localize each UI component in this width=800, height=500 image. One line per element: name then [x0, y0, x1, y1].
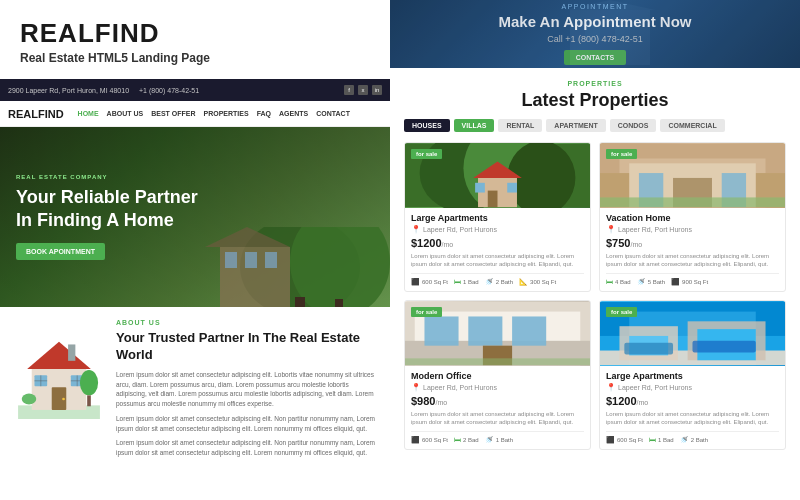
hero-badge: Real Estate Company	[16, 174, 374, 180]
property-card-2[interactable]: for sale Vacation Home 📍 Lapeer Rd, Port…	[599, 142, 786, 292]
stat-bed-3: 🛏 2 Bad	[454, 436, 479, 444]
about-text: About Us Your Trusted Partner In The Rea…	[116, 319, 376, 500]
property-1-price: $1200/mo	[411, 237, 584, 249]
property-2-location: 📍 Lapeer Rd, Port Hurons	[606, 225, 779, 234]
house-illustration	[14, 319, 104, 419]
stat-area-1: 📐 300 Sq Ft	[519, 278, 556, 286]
instagram-icon[interactable]: in	[372, 85, 382, 95]
social-icons: f x in	[344, 85, 382, 95]
svg-point-14	[62, 398, 65, 401]
nav-items: HOME ABOUT US BEST OFFER PROPERTIES FAQ …	[78, 110, 350, 117]
brand-title: REALFIND	[20, 18, 370, 49]
hero-section: Real Estate Company Your Reliable Partne…	[0, 127, 390, 307]
svg-rect-45	[600, 197, 785, 207]
property-3-stats: ⬛ 600 Sq Ft 🛏 2 Bad 🚿 1 Bath	[411, 431, 584, 444]
property-card-4[interactable]: for sale Large Apartments 📍 Lapeer Rd, P…	[599, 300, 786, 450]
property-card-2-image: for sale	[600, 143, 785, 208]
property-3-location: 📍 Lapeer Rd, Port Hurons	[411, 383, 584, 392]
nav-contact[interactable]: CONTACT	[316, 110, 350, 117]
nav-about[interactable]: ABOUT US	[107, 110, 144, 117]
left-header: REALFIND Real Estate HTML5 Landing Page	[0, 0, 390, 79]
property-card-4-body: Large Apartments 📍 Lapeer Rd, Port Huron…	[600, 366, 785, 449]
facebook-icon[interactable]: f	[344, 85, 354, 95]
property-card-3[interactable]: for sale Modern Office 📍 Lapeer Rd, Port…	[404, 300, 591, 450]
property-4-price: $1200/mo	[606, 395, 779, 407]
property-1-name: Large Apartments	[411, 213, 584, 223]
filter-villas[interactable]: VILLAS	[454, 119, 495, 132]
for-sale-badge-2: for sale	[606, 149, 637, 159]
location-pin-3: 📍	[411, 383, 421, 392]
twitter-icon[interactable]: x	[358, 85, 368, 95]
stat-sqft-2: ⬛ 900 Sq Ft	[671, 278, 708, 286]
property-4-location: 📍 Lapeer Rd, Port Hurons	[606, 383, 779, 392]
address-text: 2900 Lapeer Rd, Port Huron, MI 48010	[8, 87, 129, 94]
property-card-2-body: Vacation Home 📍 Lapeer Rd, Port Hurons $…	[600, 208, 785, 291]
location-pin-1: 📍	[411, 225, 421, 234]
stat-bath-4: 🚿 2 Bath	[680, 436, 708, 444]
property-3-name: Modern Office	[411, 371, 584, 381]
property-card-3-image: for sale	[405, 301, 590, 366]
for-sale-badge-4: for sale	[606, 307, 637, 317]
appointment-bar: APPOINTMENT Make An Appointment Now Call…	[390, 0, 800, 68]
about-label: About Us	[116, 319, 376, 326]
property-grid: for sale Large Apartments 📍 Lapeer Rd, P…	[404, 142, 786, 450]
svg-rect-50	[468, 316, 502, 345]
property-2-name: Vacation Home	[606, 213, 779, 223]
svg-point-1	[290, 227, 390, 307]
stat-sqft-1: ⬛ 600 Sq Ft	[411, 278, 448, 286]
nav-properties[interactable]: PROPERTIES	[204, 110, 249, 117]
filter-condos[interactable]: CONDOS	[610, 119, 657, 132]
filter-rental[interactable]: RENTAL	[498, 119, 542, 132]
svg-rect-5	[225, 252, 237, 268]
filter-houses[interactable]: HOUSES	[404, 119, 450, 132]
stat-sqft-4: ⬛ 600 Sq Ft	[606, 436, 643, 444]
stat-bed-1: 🛏 1 Bad	[454, 278, 479, 286]
svg-rect-27	[585, 25, 600, 40]
properties-title: Latest Properties	[404, 90, 786, 111]
about-title: Your Trusted Partner In The Real Estate …	[116, 330, 376, 364]
property-3-price: $980/mo	[411, 395, 584, 407]
right-panel: APPOINTMENT Make An Appointment Now Call…	[390, 0, 800, 500]
nav-agents[interactable]: AGENTS	[279, 110, 308, 117]
svg-rect-3	[335, 299, 343, 307]
svg-rect-25	[570, 10, 650, 65]
left-panel: REALFIND Real Estate HTML5 Landing Page …	[0, 0, 390, 500]
filter-tabs: HOUSES VILLAS RENTAL APARTMENT CONDOS CO…	[404, 119, 786, 132]
svg-rect-51	[512, 316, 546, 345]
property-card-1[interactable]: for sale Large Apartments 📍 Lapeer Rd, P…	[404, 142, 591, 292]
svg-rect-7	[265, 252, 277, 268]
svg-rect-22	[87, 395, 91, 406]
nav-logo: REALFIND	[8, 108, 64, 120]
svg-rect-2	[295, 297, 305, 307]
svg-rect-35	[488, 191, 498, 208]
nav-home[interactable]: HOME	[78, 110, 99, 117]
svg-point-23	[22, 394, 37, 405]
svg-rect-12	[68, 344, 75, 360]
stat-bath-3: 🚿 1 Bath	[485, 436, 513, 444]
about-body-1: Lorem ipsum dolor sit amet consectetur a…	[116, 370, 376, 409]
brand-subtitle: Real Estate HTML5 Landing Page	[20, 51, 370, 65]
about-body-3: Lorem ipsum dolor sit amet consectetur a…	[116, 438, 376, 458]
property-4-desc: Lorem ipsum dolor sit amet consectetur a…	[606, 410, 779, 427]
screenshot-nav: REALFIND HOME ABOUT US BEST OFFER PROPER…	[0, 101, 390, 127]
property-1-desc: Lorem ipsum dolor sit amet consectetur a…	[411, 252, 584, 269]
about-section: About Us Your Trusted Partner In The Rea…	[0, 307, 390, 500]
for-sale-badge-1: for sale	[411, 149, 442, 159]
property-card-1-body: Large Apartments 📍 Lapeer Rd, Port Huron…	[405, 208, 590, 291]
filter-commercial[interactable]: COMMERCIAL	[660, 119, 724, 132]
about-body-2: Lorem ipsum dolor sit amet consectetur a…	[116, 414, 376, 434]
property-1-location: 📍 Lapeer Rd, Port Hurons	[411, 225, 584, 234]
stat-bath-2: 🚿 5 Bath	[637, 278, 665, 286]
stat-bath-1: 🚿 2 Bath	[485, 278, 513, 286]
stat-sqft-3: ⬛ 600 Sq Ft	[411, 436, 448, 444]
location-pin-4: 📍	[606, 383, 616, 392]
phone-text: +1 (800) 478-42-51	[139, 87, 199, 94]
nav-faq[interactable]: FAQ	[257, 110, 271, 117]
book-appointment-button[interactable]: BOOK APOINTMENT	[16, 243, 105, 260]
svg-rect-4	[220, 247, 290, 307]
nav-best-offer[interactable]: BEST OFFER	[151, 110, 195, 117]
property-card-1-image: for sale	[405, 143, 590, 208]
filter-apartment[interactable]: APARTMENT	[546, 119, 605, 132]
property-2-desc: Lorem ipsum dolor sit amet consectetur a…	[606, 252, 779, 269]
svg-rect-49	[424, 316, 458, 345]
